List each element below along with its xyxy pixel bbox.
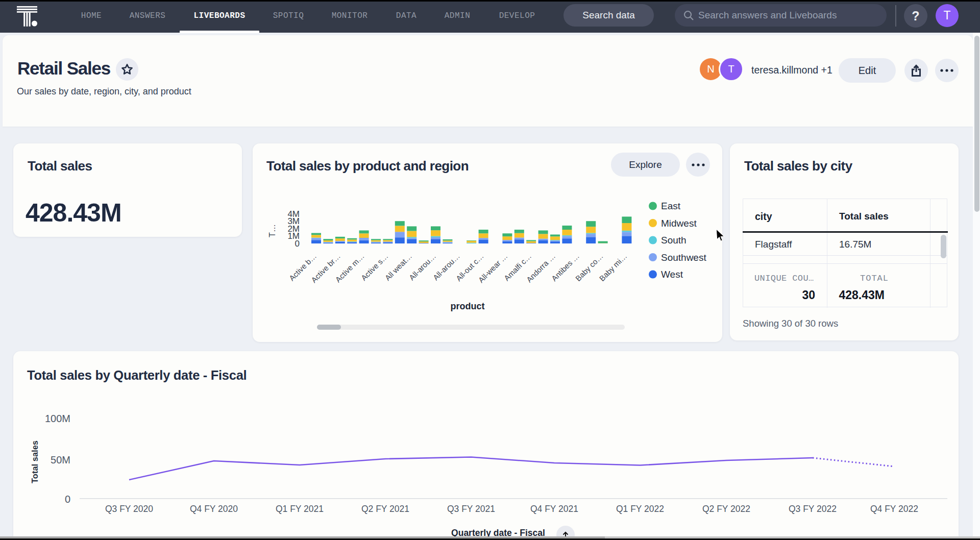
- svg-text:product: product: [451, 301, 485, 311]
- svg-text:Q1 FY 2022: Q1 FY 2022: [616, 504, 664, 514]
- svg-text:100M: 100M: [45, 413, 70, 424]
- svg-text:0: 0: [65, 494, 70, 505]
- svg-text:0: 0: [295, 239, 300, 249]
- svg-text:50M: 50M: [51, 454, 70, 465]
- svg-text:Midwest: Midwest: [661, 218, 697, 229]
- svg-text:Q3 FY 2022: Q3 FY 2022: [789, 504, 837, 514]
- svg-text:West: West: [661, 269, 683, 280]
- svg-text:Q3 FY 2020: Q3 FY 2020: [105, 504, 153, 514]
- svg-text:East: East: [661, 201, 681, 211]
- svg-text:Q4 FY 2021: Q4 FY 2021: [530, 504, 578, 514]
- svg-text:Q2 FY 2021: Q2 FY 2021: [361, 504, 409, 514]
- svg-text:Southwest: Southwest: [661, 252, 706, 263]
- svg-text:Total sales: Total sales: [30, 440, 39, 483]
- svg-text:T…: T…: [268, 224, 277, 237]
- svg-text:South: South: [661, 235, 687, 246]
- svg-text:Q1 FY 2021: Q1 FY 2021: [276, 504, 324, 514]
- svg-text:Q4 FY 2020: Q4 FY 2020: [190, 504, 238, 514]
- svg-text:Q2 FY 2022: Q2 FY 2022: [702, 504, 750, 514]
- svg-text:Q3 FY 2021: Q3 FY 2021: [447, 504, 495, 514]
- svg-text:Q4 FY 2022: Q4 FY 2022: [870, 504, 918, 514]
